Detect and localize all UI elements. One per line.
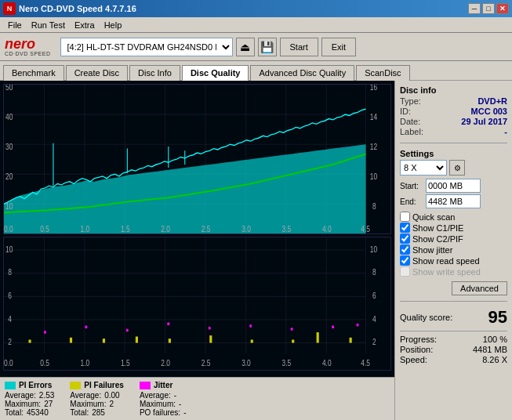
show-jitter-label: Show jitter (412, 245, 452, 255)
toolbar: nero CD·DVD SPEED [4:2] HL-DT-ST DVDRAM … (0, 33, 512, 61)
svg-text:40: 40 (5, 112, 13, 121)
divider-2 (400, 301, 507, 302)
pif-max-value: 2 (109, 400, 114, 408)
position-row: Position: 4481 MB (400, 345, 507, 354)
start-input[interactable] (426, 179, 481, 193)
svg-text:2.5: 2.5 (202, 359, 211, 368)
pi-total-label: Total: (5, 408, 24, 417)
jitter-avg-label: Average: (140, 391, 171, 400)
nero-logo: nero (5, 37, 51, 51)
svg-text:10: 10 (5, 201, 13, 211)
progress-row: Progress: 100 % (400, 335, 507, 344)
label-value: - (504, 127, 507, 136)
svg-text:8: 8 (372, 201, 376, 211)
svg-text:12: 12 (370, 142, 377, 151)
save-icon[interactable]: 💾 (258, 38, 277, 56)
svg-text:1.0: 1.0 (81, 224, 90, 234)
tab-disc-quality[interactable]: Disc Quality (182, 65, 249, 81)
pi-max-label: Maximum: (5, 400, 41, 408)
start-button[interactable]: Start (280, 38, 318, 56)
svg-text:0.0: 0.0 (4, 359, 13, 368)
svg-text:10: 10 (370, 172, 378, 181)
eject-icon[interactable]: ⏏ (236, 38, 255, 56)
menu-extra[interactable]: Extra (70, 19, 100, 31)
svg-text:3.0: 3.0 (241, 359, 251, 368)
pif-total-value: 285 (92, 408, 105, 417)
svg-rect-61 (317, 332, 319, 342)
show-jitter-checkbox[interactable] (400, 244, 410, 255)
show-write-row: Show write speed (400, 266, 507, 277)
svg-text:30: 30 (5, 142, 13, 151)
svg-text:2.0: 2.0 (161, 224, 170, 234)
jitter-stats: Average:- Maximum:- PO failures:- (140, 391, 187, 417)
close-button[interactable]: ✕ (496, 3, 509, 14)
pi-avg-value: 2.53 (39, 391, 54, 400)
bottom-chart-svg: 10 8 6 4 2 10 8 6 4 2 0.0 0.5 (4, 237, 390, 369)
svg-point-64 (85, 326, 87, 329)
svg-point-69 (291, 328, 293, 331)
quick-scan-checkbox[interactable] (400, 212, 410, 222)
show-write-label: Show write speed (412, 267, 481, 277)
disc-label-row: Label: - (400, 127, 507, 136)
quick-scan-label: Quick scan (412, 212, 455, 222)
po-failures-value: - (183, 408, 186, 417)
disc-info-section: Disc info Type: DVD+R ID: MCC 003 Date: … (400, 85, 507, 137)
date-value: 29 Jul 2017 (461, 117, 507, 126)
svg-rect-53 (28, 340, 31, 343)
svg-point-70 (332, 326, 334, 329)
pi-errors-label: PI Errors (19, 381, 52, 389)
svg-text:0.0: 0.0 (4, 224, 13, 234)
jitter-avg-value: - (174, 391, 176, 400)
minimize-button[interactable]: ─ (468, 3, 481, 14)
show-read-checkbox[interactable] (400, 255, 410, 266)
show-c1pie-checkbox[interactable] (400, 223, 410, 233)
pi-failures-stats: Average:0.00 Maximum:2 Total:285 (70, 391, 124, 417)
advanced-btn-wrapper: Advanced (400, 280, 507, 295)
top-chart-svg: 50 40 30 20 10 16 14 12 10 8 0.0 0.5 (4, 85, 390, 234)
svg-text:4.5: 4.5 (361, 359, 370, 368)
menu-help[interactable]: Help (100, 19, 127, 31)
svg-point-65 (126, 329, 129, 332)
quality-score-label: Quality score: (400, 313, 452, 322)
tab-create-disc[interactable]: Create Disc (66, 65, 128, 81)
tab-disc-info[interactable]: Disc Info (129, 65, 180, 81)
svg-text:50: 50 (5, 85, 13, 92)
divider-3 (400, 331, 507, 331)
type-label: Type: (400, 96, 421, 106)
menu-run-test[interactable]: Run Test (27, 19, 70, 31)
svg-text:3.0: 3.0 (241, 224, 251, 234)
settings-title: Settings (400, 149, 507, 158)
settings-icon[interactable]: ⚙ (449, 160, 465, 176)
svg-text:2.5: 2.5 (202, 224, 211, 234)
speed-label: Speed: (400, 355, 427, 364)
svg-rect-62 (350, 338, 352, 343)
pif-avg-value: 0.00 (104, 391, 119, 400)
svg-text:8: 8 (8, 268, 12, 277)
progress-value: 100 % (483, 335, 507, 344)
svg-text:6: 6 (8, 291, 12, 300)
tab-scandisc[interactable]: ScanDisc (356, 65, 409, 81)
disc-type-row: Type: DVD+R (400, 96, 507, 106)
progress-label: Progress: (400, 335, 437, 344)
tab-benchmark[interactable]: Benchmark (3, 65, 64, 81)
disc-date-row: Date: 29 Jul 2017 (400, 117, 507, 126)
exit-button[interactable]: Exit (321, 38, 356, 56)
jitter-max-label: Maximum: (140, 400, 176, 408)
speed-selector[interactable]: 8 X (400, 160, 447, 176)
id-label: ID: (400, 107, 411, 116)
end-input[interactable] (426, 194, 481, 208)
disc-info-title: Disc info (400, 85, 507, 95)
maximize-button[interactable]: □ (482, 3, 495, 14)
svg-rect-60 (292, 340, 294, 343)
window-title: Nero CD-DVD Speed 4.7.7.16 (19, 4, 468, 13)
menu-file[interactable]: File (3, 19, 27, 31)
advanced-button[interactable]: Advanced (452, 281, 507, 295)
tab-advanced-disc-quality[interactable]: Advanced Disc Quality (250, 65, 354, 81)
svg-text:4: 4 (8, 314, 12, 324)
drive-selector[interactable]: [4:2] HL-DT-ST DVDRAM GH24NSD0 LH00 (60, 38, 233, 56)
show-c2pif-checkbox[interactable] (400, 234, 410, 244)
svg-rect-59 (251, 340, 253, 343)
end-label: End: (400, 197, 423, 206)
position-label: Position: (400, 345, 433, 354)
nero-subtitle: CD·DVD SPEED (5, 51, 51, 56)
